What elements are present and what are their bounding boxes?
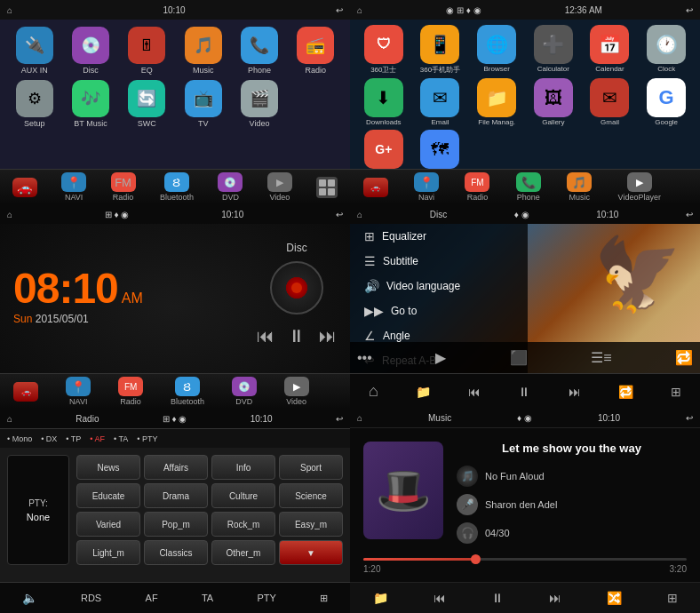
- btn-scroll-down[interactable]: ▼: [279, 540, 343, 565]
- rds-btn[interactable]: RDS: [81, 593, 101, 603]
- music-title-p6: Music: [428, 413, 451, 423]
- tv-label: TV: [198, 119, 209, 128]
- app-file-manager[interactable]: 📁 File Manag.: [470, 78, 523, 126]
- menu-equalizer[interactable]: ⊞ Equalizer: [357, 225, 521, 248]
- btn-easy-m[interactable]: Easy_m: [279, 512, 343, 537]
- btn-science[interactable]: Science: [279, 483, 343, 508]
- play-bottom-btn[interactable]: ⏸: [491, 591, 504, 605]
- app-tv[interactable]: 📺 TV: [178, 80, 228, 128]
- btn-classics[interactable]: Classics: [144, 540, 208, 565]
- shuffle-btn[interactable]: 🔀: [607, 591, 622, 605]
- nav-bt[interactable]: Ȣ Bluetooth: [160, 172, 194, 202]
- app-google[interactable]: G Google: [640, 78, 693, 126]
- grid-icon[interactable]: [316, 177, 338, 198]
- stop-btn-dvd[interactable]: ⬛: [510, 349, 528, 366]
- radio-title-p5: Radio: [76, 414, 99, 424]
- menu-dots[interactable]: •••: [357, 350, 372, 366]
- next-bottom-btn[interactable]: ⏭: [549, 591, 561, 605]
- btn-light-m[interactable]: Light_m: [76, 540, 140, 565]
- play-dvd[interactable]: ⏸: [518, 385, 530, 399]
- folder-icon-p4[interactable]: 📁: [416, 385, 431, 399]
- pty-btn[interactable]: PTY: [258, 593, 276, 603]
- next-btn[interactable]: ⏭: [319, 326, 337, 346]
- bt-label-p3: Bluetooth: [171, 397, 204, 406]
- app-calculator[interactable]: ➕ Calculator: [527, 25, 580, 75]
- nav-navi-p3[interactable]: 📍 NAVI: [66, 377, 91, 406]
- app-disc[interactable]: 💿 Disc: [65, 27, 115, 75]
- nav-video[interactable]: ▶ Video: [267, 172, 292, 202]
- btn-info[interactable]: Info: [211, 455, 275, 480]
- prev-dvd[interactable]: ⏮: [468, 385, 481, 399]
- app-clock[interactable]: 🕐 Clock: [640, 25, 693, 75]
- nav-car-btn-p2[interactable]: 🚗: [363, 178, 388, 197]
- app-eq[interactable]: 🎚 EQ: [122, 27, 172, 75]
- app-360-security[interactable]: 🛡 360卫士: [357, 25, 410, 75]
- nav-radio-p2[interactable]: FM Radio: [465, 172, 489, 202]
- nav-video-p3[interactable]: ▶ Video: [284, 377, 309, 406]
- btn-affairs[interactable]: Affairs: [144, 455, 208, 480]
- btn-news[interactable]: News: [76, 455, 140, 480]
- nav-videoplayer-p2[interactable]: ▶ VideoPlayer: [618, 172, 661, 202]
- app-aux-in[interactable]: 🔌 AUX IN: [9, 27, 60, 75]
- app-video[interactable]: 🎬 Video: [234, 80, 284, 128]
- btn-drama[interactable]: Drama: [144, 483, 208, 508]
- app-swc[interactable]: 🔄 SWC: [122, 80, 172, 128]
- repeat-dvd[interactable]: 🔁: [618, 385, 633, 399]
- nav-navi[interactable]: 📍 NAVI: [61, 172, 86, 202]
- settings-dvd[interactable]: ⊞: [671, 385, 681, 399]
- home-bottom-p4[interactable]: ⌂: [369, 382, 378, 401]
- af-btn[interactable]: AF: [146, 593, 158, 603]
- play-pause-btn[interactable]: ⏸: [288, 326, 306, 346]
- menu-video-language[interactable]: 🔊 Video language: [357, 275, 521, 298]
- subtitle-icon: ☰: [364, 254, 376, 268]
- app-phone[interactable]: 📞 Phone: [234, 27, 284, 75]
- play-btn-dvd[interactable]: ▶: [435, 349, 446, 366]
- nav-dvd-p3[interactable]: 💿 DVD: [232, 377, 257, 406]
- menu-icon-dvd[interactable]: ☰≡: [591, 349, 611, 366]
- prev-btn[interactable]: ⏮: [257, 326, 274, 346]
- eq-music-btn[interactable]: ⊞: [667, 591, 678, 605]
- nav-dvd[interactable]: 💿 DVD: [218, 172, 243, 202]
- video-label: Video: [250, 119, 270, 128]
- day-label: Sun: [13, 313, 32, 325]
- progress-bar[interactable]: [363, 558, 687, 561]
- back-icon-p3: ↩: [336, 210, 343, 219]
- app-email[interactable]: ✉ Email: [414, 78, 467, 126]
- music-icon-p2: 🎵: [567, 172, 592, 192]
- app-radio[interactable]: 📻 Radio: [290, 27, 341, 75]
- btn-pop-m[interactable]: Pop_m: [144, 512, 208, 537]
- prev-bottom-btn[interactable]: ⏮: [434, 591, 446, 605]
- back-icon-p1: ↩: [336, 5, 343, 15]
- app-browser[interactable]: 🌐 Browser: [470, 25, 523, 75]
- btn-educate[interactable]: Educate: [76, 483, 140, 508]
- app-bt-music[interactable]: 🎶 BT Music: [65, 80, 115, 128]
- app-downloads[interactable]: ⬇ Downloads: [357, 78, 410, 126]
- radio-bottom-bar: 🔈 RDS AF TA PTY ⊞: [0, 582, 350, 613]
- btn-culture[interactable]: Culture: [211, 483, 275, 508]
- btn-varied[interactable]: Varied: [76, 512, 140, 537]
- nav-music-p2[interactable]: 🎵 Music: [567, 172, 592, 202]
- menu-subtitle[interactable]: ☰ Subtitle: [357, 250, 521, 273]
- nav-car-btn-p3[interactable]: 🚗: [13, 382, 38, 402]
- app-setup[interactable]: ⚙ Setup: [9, 80, 60, 128]
- menu-go-to[interactable]: ▶▶ Go to: [357, 299, 521, 322]
- nav-car-btn[interactable]: 🚗: [12, 178, 37, 197]
- app-calendar[interactable]: 📅 Calendar: [584, 25, 637, 75]
- nav-phone-p2[interactable]: 📞 Phone: [516, 172, 541, 202]
- next-dvd[interactable]: ⏭: [569, 385, 581, 399]
- nav-bt-p3[interactable]: Ȣ Bluetooth: [171, 377, 204, 406]
- nav-radio[interactable]: FM Radio: [111, 172, 136, 202]
- repeat-icon-dvd[interactable]: 🔁: [675, 349, 693, 366]
- app-360-assistant[interactable]: 📱 360手机助手: [414, 25, 467, 75]
- nav-radio-p3[interactable]: FM Radio: [118, 377, 143, 406]
- app-gmail[interactable]: ✉ Gmail: [584, 78, 637, 126]
- ta-btn[interactable]: TA: [202, 593, 213, 603]
- app-music[interactable]: 🎵 Music: [178, 27, 228, 75]
- settings-radio[interactable]: ⊞: [320, 593, 328, 604]
- app-gallery[interactable]: 🖼 Gallery: [527, 78, 580, 126]
- nav-navi-p2[interactable]: 📍 Navi: [414, 172, 439, 202]
- folder-music-btn[interactable]: 📁: [373, 591, 388, 605]
- btn-rock-m[interactable]: Rock_m: [211, 512, 275, 537]
- btn-other-m[interactable]: Other_m: [211, 540, 275, 565]
- btn-sport[interactable]: Sport: [279, 455, 343, 480]
